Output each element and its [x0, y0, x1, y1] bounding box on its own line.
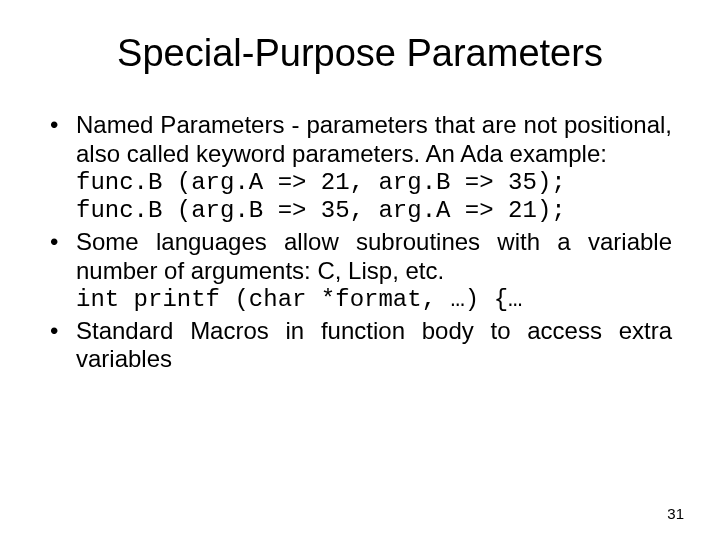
bullet-list: Named Parameters - parameters that are n… — [48, 111, 672, 374]
slide-title: Special-Purpose Parameters — [48, 32, 672, 75]
bullet-text: Standard Macros in function body to acce… — [76, 317, 672, 375]
list-item: Named Parameters - parameters that are n… — [48, 111, 672, 226]
bullet-text: Some languages allow subroutines with a … — [76, 228, 672, 286]
code-block: func.B (arg.A => 21, arg.B => 35); func.… — [76, 169, 672, 227]
page-number: 31 — [667, 505, 684, 522]
bullet-text: Named Parameters - parameters that are n… — [76, 111, 672, 169]
list-item: Some languages allow subroutines with a … — [48, 228, 672, 314]
list-item: Standard Macros in function body to acce… — [48, 317, 672, 375]
slide: Special-Purpose Parameters Named Paramet… — [0, 0, 720, 540]
code-block: int printf (char *format, …) {… — [76, 286, 672, 315]
